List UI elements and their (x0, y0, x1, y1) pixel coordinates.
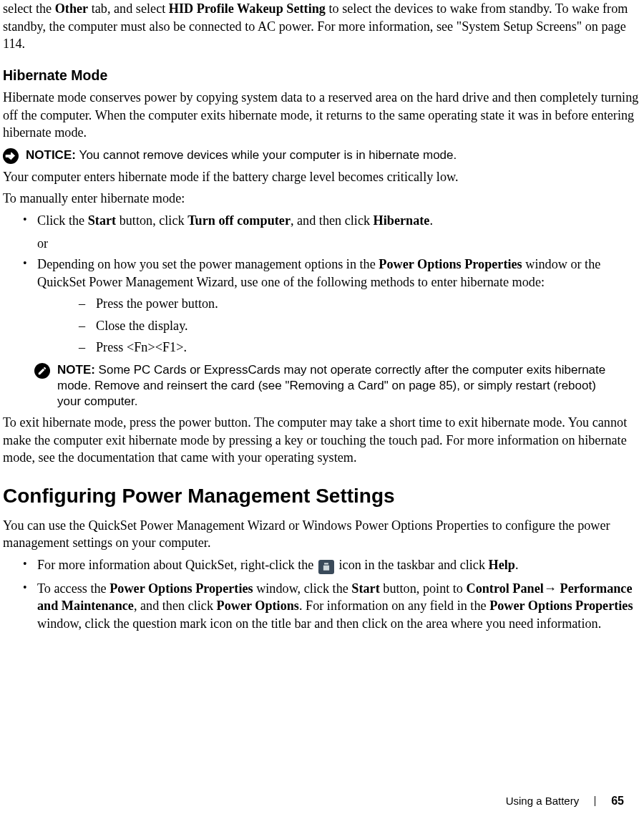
list-item: Press <Fn><F1>. (37, 339, 641, 357)
footer-section: Using a Battery (506, 794, 580, 808)
notice-text: NOTICE: You cannot remove devices while … (26, 147, 457, 163)
svg-rect-1 (325, 568, 328, 568)
hibernate-list-2: Depending on how you set the power manag… (3, 256, 641, 357)
list-item: Depending on how you set the power manag… (3, 256, 641, 357)
list-item: To access the Power Options Properties w… (3, 580, 641, 633)
hibernate-p2: Your computer enters hibernate mode if t… (3, 168, 641, 186)
note-callout: NOTE: Some PC Cards or ExpressCards may … (3, 362, 641, 410)
note-text: NOTE: Some PC Cards or ExpressCards may … (57, 362, 641, 410)
list-item: For more information about QuickSet, rig… (3, 556, 641, 574)
note-icon (34, 363, 50, 379)
notice-callout: NOTICE: You cannot remove devices while … (3, 147, 641, 164)
hibernate-p3: To manually enter hibernate mode: (3, 190, 641, 208)
page-number: 65 (611, 793, 624, 809)
config-list: For more information about QuickSet, rig… (3, 556, 641, 633)
list-item: Close the display. (37, 317, 641, 335)
intro-paragraph: select the Other tab, and select HID Pro… (3, 0, 641, 53)
or-text: or (37, 235, 641, 253)
hibernate-p4: To exit hibernate mode, press the power … (3, 414, 641, 467)
config-p1: You can use the QuickSet Power Managemen… (3, 517, 641, 552)
config-heading: Configuring Power Management Settings (3, 483, 641, 510)
list-item: Press the power button. (37, 295, 641, 313)
page-content: select the Other tab, and select HID Pro… (0, 0, 644, 632)
footer-separator (595, 796, 595, 806)
svg-rect-0 (325, 566, 328, 567)
notice-icon (3, 148, 19, 164)
hibernate-heading: Hibernate Mode (3, 66, 641, 84)
page-footer: Using a Battery 65 (506, 793, 624, 809)
hibernate-sublist: Press the power button. Close the displa… (37, 295, 641, 357)
quickset-icon (318, 560, 334, 574)
list-item: Click the Start button, click Turn off c… (3, 212, 641, 230)
hibernate-list: Click the Start button, click Turn off c… (3, 212, 641, 230)
hibernate-p1: Hibernate mode conserves power by copyin… (3, 89, 641, 142)
